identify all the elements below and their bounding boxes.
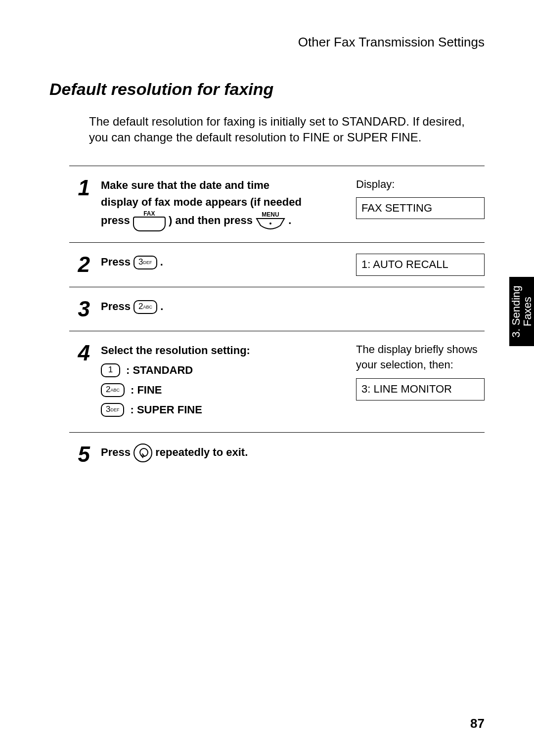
key-1-icon: 1: [101, 363, 120, 377]
option-label: : STANDARD: [126, 362, 193, 379]
key-sub: ABC: [143, 305, 153, 310]
period: .: [160, 300, 163, 312]
step-side: 1: AUTO RECALL: [356, 254, 485, 276]
key-sub: ABC: [110, 388, 120, 393]
key-sub: DEF: [110, 407, 119, 412]
step-1: 1 Make sure that the date and time displ…: [69, 166, 485, 242]
fax-key-label: FAX: [143, 211, 155, 217]
key-digit: 2: [138, 302, 143, 311]
press-label: Press: [101, 300, 131, 312]
running-head: Other Fax Transmission Settings: [49, 35, 485, 50]
step4-lead: Select the resolution setting:: [101, 342, 345, 359]
key-3-icon: 3DEF: [101, 403, 124, 417]
key-digit: 3: [138, 257, 143, 267]
step-number: 5: [69, 444, 90, 465]
key-2-icon: 2ABC: [134, 300, 157, 314]
menu-key-label: MENU: [262, 212, 279, 218]
lcd-box: 1: AUTO RECALL: [356, 254, 485, 276]
step-side: The display briefly shows your selection…: [356, 342, 485, 400]
menu-key-icon: MENU: [256, 212, 285, 230]
step-body: Press repeatedly to exit.: [101, 444, 345, 462]
option-standard: 1 : STANDARD: [101, 362, 345, 379]
step-2: 2 Press 3DEF . 1: AUTO RECALL: [69, 242, 485, 287]
step-body: Press 3DEF .: [101, 254, 345, 270]
fax-key-icon: FAX: [133, 211, 166, 231]
key-sub: DEF: [143, 260, 152, 265]
step-number: 4: [69, 342, 90, 364]
manual-page: Other Fax Transmission Settings Default …: [0, 0, 534, 756]
thumb-tab-text: 3. SendingFaxes: [510, 285, 533, 337]
lcd-box: 3: LINE MONITOR: [356, 378, 485, 400]
option-superfine: 3DEF : SUPER FINE: [101, 401, 345, 418]
period: .: [288, 214, 291, 226]
step1-line2: display of fax mode appears (if needed: [101, 194, 345, 211]
section-title: Default resolution for faxing: [49, 80, 485, 99]
display-label: Display:: [356, 177, 485, 192]
step-number: 2: [69, 254, 90, 275]
press-label: Press: [101, 256, 131, 268]
stop-key-icon: [134, 444, 152, 462]
step-3: 3 Press 2ABC .: [69, 287, 485, 331]
option-label: : FINE: [131, 382, 162, 399]
intro-paragraph: The default resolution for faxing is ini…: [89, 114, 485, 146]
step-body: Press 2ABC .: [101, 298, 345, 315]
side-note: The display briefly shows your selection…: [356, 342, 485, 373]
step-5: 5 Press repeatedly to exit.: [69, 432, 485, 476]
step1-line3: press FAX ) and then press MENU .: [101, 211, 345, 231]
key-2-icon: 2ABC: [101, 383, 125, 397]
step-number: 1: [69, 177, 90, 199]
step5-tail: repeatedly to exit.: [155, 446, 248, 458]
key-3-icon: 3DEF: [134, 256, 157, 269]
step-4: 4 Select the resolution setting: 1 : STA…: [69, 331, 485, 432]
chapter-thumb-tab: 3. SendingFaxes: [509, 277, 534, 346]
key-digit: 1: [108, 365, 113, 374]
step-body: Select the resolution setting: 1 : STAND…: [101, 342, 345, 421]
step-number: 3: [69, 298, 90, 320]
step1-line1: Make sure that the date and time: [101, 177, 345, 194]
and-then-press-label: ) and then press: [169, 214, 253, 226]
page-number: 87: [470, 716, 485, 731]
press-label: Press: [101, 446, 131, 458]
press-label: press: [101, 214, 130, 226]
svg-point-0: [269, 222, 271, 224]
option-label: : SUPER FINE: [130, 401, 202, 418]
step-list: 1 Make sure that the date and time displ…: [69, 166, 485, 476]
step-side: Display: FAX SETTING: [356, 177, 485, 220]
lcd-box: FAX SETTING: [356, 197, 485, 220]
option-fine: 2ABC : FINE: [101, 382, 345, 399]
period: .: [160, 256, 163, 268]
step-body: Make sure that the date and time display…: [101, 177, 345, 231]
